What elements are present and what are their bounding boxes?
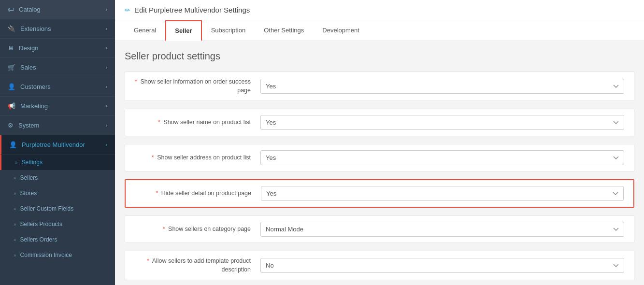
arrow-icon: »	[15, 160, 18, 165]
marketing-icon: 📢	[8, 102, 15, 110]
sidebar-subitem-commission-invoice[interactable]: » Commission Invoice	[0, 247, 115, 263]
extensions-icon: 🔌	[8, 25, 15, 32]
section-title: Seller product settings	[125, 51, 634, 62]
sidebar-subitem-sellers-products[interactable]: » Sellers Products	[0, 216, 115, 232]
system-icon: ⚙	[8, 122, 14, 129]
sidebar-subitem-sellers-orders[interactable]: » Sellers Orders	[0, 232, 115, 247]
sidebar-subitem-stores[interactable]: » Stores	[0, 185, 115, 201]
subitem-label-stores: Stores	[20, 190, 37, 197]
purpletree-icon: 👤	[9, 141, 17, 148]
subitem-label-seller-custom-fields: Seller Custom Fields	[20, 205, 74, 212]
page-header: ✏ Edit Purpletree Multivendor Settings	[115, 0, 644, 20]
chevron-icon: ›	[106, 103, 107, 109]
sidebar-item-marketing[interactable]: 📢 Marketing ›	[0, 97, 115, 116]
sidebar-label-purpletree: Purpletree Multivendor	[22, 141, 85, 148]
label-show-seller-address: * Show seller address on product list	[135, 154, 260, 162]
edit-icon: ✏	[125, 6, 130, 14]
tab-subscription[interactable]: Subscription	[202, 20, 255, 41]
design-icon: 🖥	[8, 44, 14, 52]
select-show-seller-address[interactable]: Yes No	[260, 150, 624, 165]
subitem-label-sellers-products: Sellers Products	[20, 221, 62, 228]
arrow-icon: »	[14, 191, 16, 196]
label-show-seller-name: * Show seller name on product list	[135, 118, 260, 127]
sidebar-subitem-sellers[interactable]: » Sellers	[0, 170, 115, 185]
select-show-seller-info[interactable]: Yes No	[260, 79, 624, 94]
sidebar-label-sales: Sales	[20, 64, 36, 71]
sidebar-item-customers[interactable]: 👤 Customers ›	[0, 77, 115, 97]
label-allow-sellers-template: * Allow sellers to add template product …	[135, 257, 260, 274]
main-content: ✏ Edit Purpletree Multivendor Settings G…	[115, 0, 644, 285]
sidebar-item-purpletree[interactable]: 👤 Purpletree Multivendor ›	[0, 135, 115, 155]
sidebar: 🏷 Catalog › 🔌 Extensions › 🖥 Design › 🛒 …	[0, 0, 115, 285]
arrow-icon: »	[14, 175, 16, 181]
form-row-hide-seller-detail: * Hide seller detail on product page Yes…	[125, 179, 634, 208]
select-show-sellers-category[interactable]: Normal Mode Grid Mode	[260, 222, 624, 237]
sidebar-item-system[interactable]: ⚙ System ›	[0, 116, 115, 135]
sidebar-label-marketing: Marketing	[20, 102, 48, 110]
sidebar-item-sales[interactable]: 🛒 Sales ›	[0, 58, 115, 77]
sidebar-label-extensions: Extensions	[20, 25, 51, 32]
tab-development[interactable]: Development	[313, 20, 369, 41]
sidebar-label-system: System	[18, 122, 39, 129]
label-show-sellers-category: * Show sellers on category page	[135, 225, 260, 234]
label-show-seller-info: * Show seller information on order succe…	[135, 78, 260, 95]
chevron-icon: ›	[106, 45, 107, 51]
page-title: Edit Purpletree Multivendor Settings	[134, 6, 250, 14]
tab-seller[interactable]: Seller	[165, 20, 201, 41]
select-hide-seller-detail[interactable]: Yes No	[261, 186, 624, 201]
subitem-label-sellers-orders: Sellers Orders	[20, 236, 57, 243]
sidebar-subitem-settings[interactable]: » Settings	[0, 155, 115, 170]
sidebar-item-design[interactable]: 🖥 Design ›	[0, 39, 115, 58]
chevron-icon: ›	[106, 26, 107, 31]
arrow-icon: »	[14, 222, 16, 227]
chevron-icon: ›	[106, 84, 107, 89]
subitem-label-sellers: Sellers	[20, 174, 38, 181]
select-allow-sellers-template[interactable]: No Yes	[260, 258, 624, 273]
customers-icon: 👤	[8, 83, 15, 90]
tabs-bar: General Seller Subscription Other Settin…	[115, 20, 644, 41]
arrow-icon: »	[14, 237, 16, 242]
form-row-show-sellers-category: * Show sellers on category page Normal M…	[125, 215, 634, 243]
arrow-icon: »	[14, 206, 16, 212]
catalog-icon: 🏷	[8, 6, 14, 13]
subitem-label-settings: Settings	[22, 159, 43, 166]
sidebar-label-design: Design	[19, 44, 38, 52]
chevron-icon: ›	[106, 142, 107, 147]
select-show-seller-name[interactable]: Yes No	[260, 115, 624, 130]
subitem-label-commission-invoice: Commission Invoice	[20, 252, 72, 258]
tab-general[interactable]: General	[125, 20, 165, 41]
sidebar-subitem-seller-custom-fields[interactable]: » Seller Custom Fields	[0, 201, 115, 216]
sidebar-item-extensions[interactable]: 🔌 Extensions ›	[0, 19, 115, 39]
form-row-show-seller-name: * Show seller name on product list Yes N…	[125, 109, 634, 136]
arrow-icon: »	[14, 253, 16, 258]
form-row-show-seller-info: * Show seller information on order succe…	[125, 71, 634, 101]
tab-other-settings[interactable]: Other Settings	[255, 20, 313, 41]
chevron-icon: ›	[106, 65, 107, 70]
content-area: Seller product settings * Show seller in…	[115, 41, 644, 285]
chevron-icon: ›	[106, 123, 107, 128]
sidebar-item-catalog[interactable]: 🏷 Catalog ›	[0, 0, 115, 19]
label-hide-seller-detail: * Hide seller detail on product page	[135, 189, 261, 198]
form-row-allow-sellers-template: * Allow sellers to add template product …	[125, 251, 634, 280]
sidebar-label-catalog: Catalog	[19, 6, 41, 13]
sales-icon: 🛒	[8, 64, 15, 71]
sidebar-label-customers: Customers	[20, 83, 51, 90]
form-row-show-seller-address: * Show seller address on product list Ye…	[125, 144, 634, 171]
chevron-icon: ›	[106, 7, 107, 12]
